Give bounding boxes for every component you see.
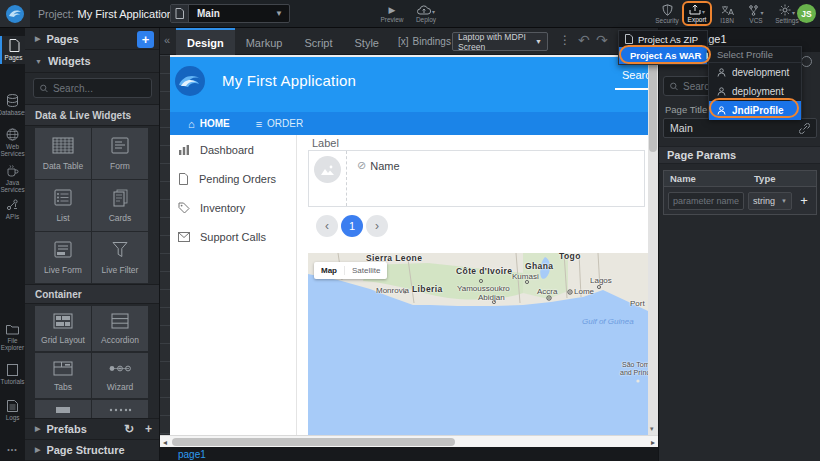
widget-tile-cropped-2[interactable]	[92, 400, 148, 418]
tab-markup[interactable]: Markup	[235, 28, 294, 55]
widget-tile-list[interactable]: List	[35, 180, 91, 231]
image-placeholder-icon	[314, 156, 341, 183]
widget-tile-tabs[interactable]: Tabs	[35, 353, 91, 398]
widget-tile-grid-layout[interactable]: Grid Layout	[35, 306, 91, 351]
undo-icon[interactable]: ↶	[578, 32, 590, 48]
canvas-menu-dashboard[interactable]: Dashboard	[178, 144, 254, 156]
chevron-down-icon: ▼	[35, 58, 42, 65]
rail-more-button[interactable]: •••	[0, 446, 25, 453]
widget-tile-live-filter[interactable]: Live Filter	[92, 232, 148, 283]
link-icon[interactable]	[799, 123, 810, 134]
canvas-menu-inventory[interactable]: Inventory	[178, 202, 245, 214]
page-structure-section-header[interactable]: ▶ Page Structure	[25, 440, 160, 461]
widget-tile-cards[interactable]: Cards	[92, 180, 148, 231]
canvas-app-header[interactable]: My First Application Search	[170, 57, 648, 112]
label-widget[interactable]: Label	[312, 137, 339, 149]
add-page-button[interactable]: +	[137, 31, 154, 48]
tab-script[interactable]: Script	[293, 28, 343, 55]
vcs-button[interactable]: ▾ VCS	[742, 2, 770, 26]
deploy-button[interactable]: ▾ Deploy	[406, 2, 446, 26]
widget-tile-data-table[interactable]: Data Table	[35, 128, 91, 179]
preview-button[interactable]: ▶ Preview	[375, 2, 409, 26]
widget-search[interactable]	[33, 78, 152, 98]
page-structure-header-label: Page Structure	[46, 444, 124, 456]
rail-item-tutorials[interactable]: Tutorials	[0, 364, 25, 385]
refresh-icon[interactable]: ↻	[124, 422, 134, 436]
widget-tile-wizard[interactable]: Wizard	[92, 353, 148, 398]
rail-item-java-services[interactable]: Java Services	[0, 164, 25, 193]
collapse-panel-icon[interactable]: «	[164, 34, 170, 46]
menu-item-project-as-zip[interactable]: Project As ZIP	[619, 31, 707, 47]
prefabs-section-header[interactable]: ▶ Prefabs ↻ +	[25, 418, 160, 440]
rail-item-file-explorer[interactable]: File Explorer	[0, 324, 25, 351]
dots-icon	[107, 404, 133, 414]
param-type-select[interactable]: string ▼	[748, 192, 792, 210]
pagination-page-1[interactable]: 1	[341, 215, 363, 237]
page-title-input[interactable]: Main	[663, 118, 817, 138]
widget-search-input[interactable]	[53, 83, 145, 94]
user-avatar[interactable]: JS	[797, 4, 816, 23]
tab-design[interactable]: Design	[176, 28, 235, 55]
panel-circle-icon[interactable]	[801, 56, 812, 67]
left-rail: Pages Databases Web Services Java Servic…	[0, 28, 25, 461]
widget-tile-form[interactable]: Form	[92, 128, 148, 179]
api-icon	[6, 198, 19, 211]
pagination-prev-button[interactable]: ‹	[316, 215, 338, 237]
menu-item-development[interactable]: development	[709, 63, 801, 82]
device-selector-dropdown[interactable]: Laptop with MDPI Screen ▼	[452, 32, 548, 51]
pages-section-header[interactable]: ▶ Pages +	[25, 28, 160, 50]
vcs-label: VCS	[749, 17, 762, 24]
rail-item-databases[interactable]: Databases	[0, 94, 25, 116]
search-underline	[615, 88, 648, 90]
canvas-menu-pending-orders[interactable]: Pending Orders	[178, 173, 276, 185]
nav-order[interactable]: ≡ORDER	[256, 118, 304, 130]
more-options-icon[interactable]: ⋮	[559, 33, 571, 47]
canvas-vertical-scrollbar[interactable]: ▾	[648, 55, 658, 435]
satellite-button[interactable]: Satellite	[345, 266, 387, 275]
rail-item-pages[interactable]: Pages	[0, 36, 25, 64]
scroll-down-icon[interactable]: ▾	[650, 425, 654, 433]
page-selector-dropdown[interactable]: Main ▼	[170, 4, 290, 23]
add-param-button[interactable]: +	[792, 193, 816, 208]
rail-item-logs[interactable]: Logs	[0, 400, 25, 421]
i18n-button[interactable]: I18N	[714, 2, 740, 26]
security-button[interactable]: Security	[650, 2, 684, 26]
scrollbar-thumb[interactable]	[172, 438, 455, 446]
cloud-upload-icon	[417, 5, 431, 15]
menu-item-deployment[interactable]: deployment	[709, 82, 801, 101]
list-item-card[interactable]: ⊘ Name	[308, 150, 645, 207]
menu-item-jndiprofile[interactable]: JndiProfile	[709, 101, 801, 120]
redo-icon[interactable]: ↷	[596, 32, 608, 48]
status-page-name[interactable]: page1	[178, 449, 206, 460]
export-button[interactable]: ▾ Export	[682, 1, 712, 26]
map-label: Abidjan	[478, 293, 505, 302]
widget-tile-cropped-1[interactable]	[35, 400, 91, 418]
map-label: Côte d'Ivoire	[456, 266, 512, 276]
scroll-right-icon[interactable]: ▸	[651, 438, 655, 447]
rail-item-web-services[interactable]: Web Services	[0, 128, 25, 157]
canvas-search-link[interactable]: Search	[622, 69, 648, 81]
scrollbar-thumb[interactable]	[649, 57, 657, 152]
menu-item-project-as-war[interactable]: Project As WAR ▶	[619, 47, 707, 64]
pagination-next-button[interactable]: ›	[366, 215, 388, 237]
add-prefab-button[interactable]: +	[145, 422, 152, 436]
tab-style[interactable]: Style	[344, 28, 390, 55]
widget-tile-accordion[interactable]: Accordion	[92, 306, 148, 351]
map-widget[interactable]: Map Satellite Sierra Leone Monrovia Libe…	[308, 253, 648, 435]
param-name-input[interactable]	[668, 192, 744, 210]
scroll-left-icon[interactable]: ◂	[163, 438, 167, 447]
map-button[interactable]: Map	[314, 266, 345, 275]
map-label: Sierra Leone	[366, 253, 422, 263]
rail-item-apis[interactable]: APIs	[0, 198, 25, 220]
map-type-control[interactable]: Map Satellite	[314, 262, 387, 279]
canvas-horizontal-scrollbar[interactable]: ◂ ▸	[160, 435, 658, 447]
brand-logo[interactable]	[0, 0, 30, 27]
widgets-section-header[interactable]: ▼ Widgets	[25, 50, 160, 73]
project-label: Project:	[38, 8, 74, 20]
canvas-menu-support-calls[interactable]: Support Calls	[178, 231, 266, 243]
nav-home[interactable]: ⌂HOME	[188, 118, 230, 130]
bindings-button[interactable]: [x] Bindings ▾	[398, 28, 458, 55]
widget-tile-live-form[interactable]: Live Form	[35, 232, 91, 283]
export-label: Export	[688, 16, 707, 23]
name-field[interactable]: ⊘ Name	[357, 159, 400, 172]
